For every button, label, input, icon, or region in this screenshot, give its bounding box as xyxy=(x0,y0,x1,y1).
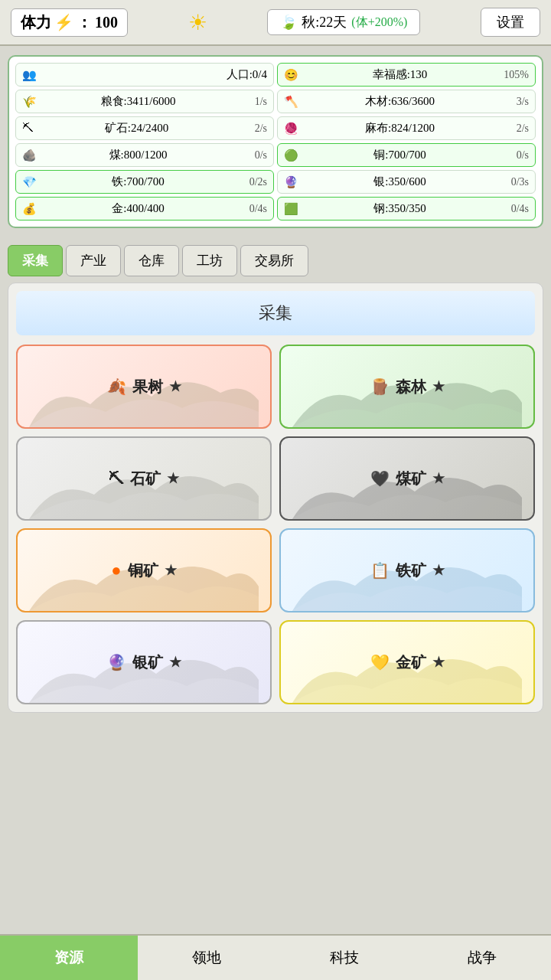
population-icon: 👥 xyxy=(22,68,37,82)
tab-gather[interactable]: 采集 xyxy=(8,245,63,276)
fruit-star: ★ xyxy=(169,378,181,395)
wood-rate: 3/s xyxy=(501,96,529,108)
resource-food: 🌾 粮食:3411/6000 1/s xyxy=(15,90,274,113)
happiness-rate: 105% xyxy=(501,69,529,81)
tab-industry[interactable]: 产业 xyxy=(66,245,121,276)
resource-gold: 💰 金:400/400 0/4s xyxy=(15,197,274,220)
settings-button[interactable]: 设置 xyxy=(481,8,540,37)
resource-grid: 👥 人口:0/4 😊 幸福感:130 105% 🌾 粮食:3411/6000 1… xyxy=(15,63,536,220)
resource-iron: 💎 铁:700/700 0/2s xyxy=(15,170,274,194)
copper-card-content: ● 铜矿 ★ xyxy=(111,560,176,581)
card-silver[interactable]: 🔮 银矿 ★ xyxy=(16,620,272,704)
stone-card-content: ⛏ 石矿 ★ xyxy=(109,469,179,489)
iron-value: 铁:700/700 xyxy=(112,175,164,189)
tab-workshop[interactable]: 工坊 xyxy=(182,245,237,276)
stamina-box: 体力 ⚡ ： 100 xyxy=(11,8,128,37)
gold-star: ★ xyxy=(432,654,445,671)
tabs-bar: 采集 产业 仓库 工坊 交易所 xyxy=(0,237,551,276)
iron-mine-icon: 📋 xyxy=(370,561,390,580)
wood-value: 木材:636/3600 xyxy=(365,94,435,109)
gold-card-content: 💛 金矿 ★ xyxy=(370,652,445,673)
fruit-card-content: 🍂 果树 ★ xyxy=(107,377,181,397)
coal-value: 煤:800/1200 xyxy=(109,148,168,162)
stone-star: ★ xyxy=(167,470,179,487)
season-bonus: (体+200%) xyxy=(351,15,407,31)
steel-icon: 🟩 xyxy=(284,202,298,216)
silver-label: 银矿 xyxy=(132,652,163,673)
coal-icon: 🪨 xyxy=(22,149,37,162)
resource-coal: 🪨 煤:800/1200 0/s xyxy=(15,143,274,167)
coal-mine-icon: 🖤 xyxy=(370,469,390,488)
card-forest[interactable]: 🪵 森林 ★ xyxy=(279,345,535,429)
silver-rate: 0/3s xyxy=(501,176,529,188)
top-bar: 体力 ⚡ ： 100 ☀ 🍃 秋:22天 (体+200%) 设置 xyxy=(0,0,551,46)
gold-value: 金:400/400 xyxy=(112,201,164,216)
stamina-colon: ： xyxy=(77,12,92,33)
copper-rate: 0/s xyxy=(501,149,529,162)
tab-warehouse[interactable]: 仓库 xyxy=(124,245,179,276)
fruit-icon: 🍂 xyxy=(107,377,126,396)
resource-wood: 🪓 木材:636/3600 3/s xyxy=(277,90,536,113)
resource-steel: 🟩 钢:350/350 0/4s xyxy=(277,197,536,220)
tab-exchange[interactable]: 交易所 xyxy=(240,245,308,276)
coal-label: 煤矿 xyxy=(396,469,426,489)
silver-value: 银:350/600 xyxy=(373,175,425,189)
nav-resources[interactable]: 资源 xyxy=(0,936,138,980)
resource-copper: 🟢 铜:700/700 0/s xyxy=(277,143,536,167)
cloth-rate: 2/s xyxy=(501,122,529,135)
resource-ore: ⛏ 矿石:24/2400 2/s xyxy=(15,116,274,140)
wood-icon: 🪓 xyxy=(284,95,298,109)
copper-mine-icon: ● xyxy=(111,560,121,580)
card-gold[interactable]: 💛 金矿 ★ xyxy=(279,620,535,704)
gold-mine-icon: 💛 xyxy=(370,653,390,671)
copper-star: ★ xyxy=(165,562,177,579)
cloth-value: 麻布:824/1200 xyxy=(365,121,435,136)
gold-label: 金矿 xyxy=(396,652,426,673)
season-box: 🍃 秋:22天 (体+200%) xyxy=(267,9,420,35)
resource-silver: 🔮 银:350/600 0/3s xyxy=(277,170,536,194)
copper-icon: 🟢 xyxy=(284,149,298,162)
iron-rate: 0/2s xyxy=(240,176,267,188)
iron-label: 铁矿 xyxy=(396,560,426,581)
section-title: 采集 xyxy=(16,291,535,335)
gold-icon: 💰 xyxy=(22,202,37,216)
nav-war[interactable]: 战争 xyxy=(413,936,551,980)
steel-value: 钢:350/350 xyxy=(373,201,425,216)
ore-icon: ⛏ xyxy=(22,122,34,135)
main-content: 采集 🍂 果树 ★ 🪵 森林 ★ xyxy=(8,283,543,713)
steel-rate: 0/4s xyxy=(501,203,529,215)
stone-icon: ⛏ xyxy=(109,470,124,488)
iron-star: ★ xyxy=(432,562,445,579)
copper-label: 铜矿 xyxy=(128,560,158,581)
stone-label: 石矿 xyxy=(130,469,161,489)
iron-card-content: 📋 铁矿 ★ xyxy=(370,560,445,581)
forest-icon: 🪵 xyxy=(370,377,390,396)
food-rate: 1/s xyxy=(240,96,267,108)
silver-mine-icon: 🔮 xyxy=(107,653,126,671)
cards-grid: 🍂 果树 ★ 🪵 森林 ★ ⛏ 石矿 xyxy=(16,345,535,704)
season-leaf-icon: 🍃 xyxy=(280,14,297,31)
nav-territory[interactable]: 领地 xyxy=(138,936,276,980)
coal-card-content: 🖤 煤矿 ★ xyxy=(370,469,445,489)
silver-icon: 🔮 xyxy=(284,175,298,189)
card-copper[interactable]: ● 铜矿 ★ xyxy=(16,528,272,612)
fruit-label: 果树 xyxy=(132,377,163,397)
food-icon: 🌾 xyxy=(22,95,37,109)
copper-value: 铜:700/700 xyxy=(373,148,425,162)
gold-rate: 0/4s xyxy=(240,203,267,215)
card-stone[interactable]: ⛏ 石矿 ★ xyxy=(16,436,272,521)
resource-panel: 👥 人口:0/4 😊 幸福感:130 105% 🌾 粮食:3411/6000 1… xyxy=(8,55,543,228)
card-iron[interactable]: 📋 铁矿 ★ xyxy=(279,528,535,612)
season-text: 秋:22天 xyxy=(302,13,347,31)
cloth-icon: 🧶 xyxy=(284,122,298,136)
bottom-nav: 资源 领地 科技 战争 xyxy=(0,934,551,980)
bolt-icon: ⚡ xyxy=(54,13,73,31)
coal-rate: 0/s xyxy=(240,149,267,162)
coal-star: ★ xyxy=(432,470,445,487)
nav-science[interactable]: 科技 xyxy=(276,936,413,980)
card-coal[interactable]: 🖤 煤矿 ★ xyxy=(279,436,535,521)
resource-population: 👥 人口:0/4 xyxy=(15,63,274,87)
forest-star: ★ xyxy=(432,378,445,395)
stamina-value: 100 xyxy=(95,14,118,31)
card-fruit[interactable]: 🍂 果树 ★ xyxy=(16,345,272,429)
